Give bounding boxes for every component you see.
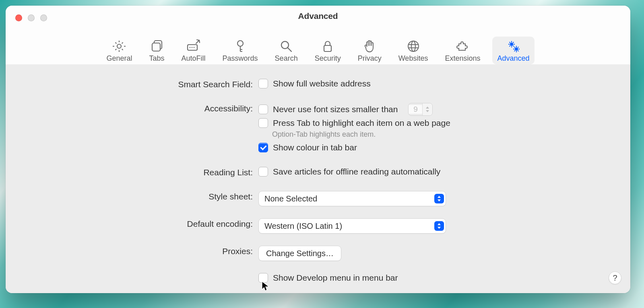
style-sheet-select[interactable]: None Selected — [258, 191, 446, 206]
button-label: Change Settings… — [266, 249, 334, 258]
updown-arrows-icon — [434, 194, 444, 203]
tab-privacy[interactable]: Privacy — [353, 37, 386, 64]
tab-extensions[interactable]: Extensions — [440, 37, 485, 64]
row-proxies: Proxies: Change Settings… — [6, 246, 630, 261]
option-label: Show Develop menu in menu bar — [273, 273, 398, 283]
tab-tabs[interactable]: Tabs — [144, 37, 169, 64]
change-settings-button[interactable]: Change Settings… — [258, 246, 341, 261]
save-offline-option[interactable]: Save articles for offline reading automa… — [258, 167, 630, 177]
svg-point-9 — [408, 41, 419, 51]
tab-label: Privacy — [358, 54, 382, 63]
svg-point-10 — [411, 41, 415, 51]
tab-websites[interactable]: Websites — [394, 37, 433, 64]
show-colour-option[interactable]: Show colour in tab bar — [258, 143, 630, 152]
row-encoding: Default encoding: Western (ISO Latin 1) — [6, 218, 630, 234]
option-label: Save articles for offline reading automa… — [273, 167, 440, 177]
checkbox-unchecked-icon — [258, 105, 268, 114]
row-accessibility: Accessibility: Never use font sizes smal… — [6, 103, 630, 155]
tab-autofill[interactable]: AutoFill — [177, 37, 211, 64]
select-value: Western (ISO Latin 1) — [264, 222, 342, 231]
tab-label: AutoFill — [182, 54, 206, 63]
lock-icon — [320, 39, 335, 53]
tabs-icon — [150, 39, 164, 53]
row-style-sheet: Style sheet: None Selected — [6, 191, 630, 206]
tab-label: Advanced — [497, 54, 529, 63]
tab-label: Tabs — [149, 54, 165, 63]
press-tab-option[interactable]: Press Tab to highlight each item on a we… — [258, 118, 630, 128]
preferences-toolbar: General Tabs AutoFill Pass — [6, 27, 630, 67]
titlebar: Advanced — [6, 6, 630, 27]
show-full-address-option[interactable]: Show full website address — [258, 79, 630, 88]
row-reading-list: Reading List: Save articles for offline … — [6, 167, 630, 179]
tab-label: Search — [275, 54, 298, 63]
puzzle-icon — [455, 39, 470, 53]
key-icon — [233, 39, 248, 53]
search-icon — [279, 39, 293, 53]
option-label: Show colour in tab bar — [273, 143, 357, 152]
checkbox-checked-icon — [258, 143, 268, 152]
min-font-size-option[interactable]: Never use font sizes smaller than 9 — [258, 103, 630, 116]
tab-advanced[interactable]: Advanced — [492, 37, 534, 64]
proxies-label: Proxies: — [6, 246, 258, 256]
tab-label: Passwords — [223, 54, 258, 63]
autofill-icon — [186, 39, 201, 53]
option-label: Never use font sizes smaller than — [273, 105, 398, 114]
svg-point-6 — [237, 41, 243, 46]
svg-point-11 — [510, 43, 512, 45]
show-develop-menu-option[interactable]: Show Develop menu in menu bar — [258, 273, 630, 283]
checkbox-unchecked-icon — [258, 273, 268, 283]
checkbox-unchecked-icon — [258, 79, 268, 88]
select-value: None Selected — [264, 194, 317, 203]
checkbox-unchecked-icon — [258, 118, 268, 128]
tab-label: Extensions — [445, 54, 480, 63]
checkbox-unchecked-icon — [258, 167, 268, 177]
option-label: Show full website address — [273, 79, 371, 88]
updown-arrows-icon — [434, 221, 444, 231]
hand-icon — [362, 39, 377, 53]
globe-icon — [406, 39, 421, 53]
advanced-pane: Smart Search Field: Show full website ad… — [6, 64, 630, 293]
row-smart-search: Smart Search Field: Show full website ad… — [6, 79, 630, 91]
accessibility-label: Accessibility: — [6, 103, 258, 113]
svg-point-5 — [193, 47, 194, 48]
style-sheet-label: Style sheet: — [6, 191, 258, 201]
encoding-label: Default encoding: — [6, 218, 258, 229]
svg-rect-1 — [152, 43, 160, 51]
press-tab-hint: Option-Tab highlights each item. — [272, 130, 630, 139]
tab-label: Websites — [398, 54, 428, 63]
updown-arrows-icon — [422, 103, 432, 115]
svg-point-0 — [117, 44, 121, 48]
help-label: ? — [613, 273, 617, 283]
tab-passwords[interactable]: Passwords — [218, 37, 263, 64]
advanced-form: Smart Search Field: Show full website ad… — [6, 79, 630, 287]
svg-point-3 — [189, 47, 190, 48]
option-label: Press Tab to highlight each item on a we… — [273, 118, 450, 128]
tab-label: Security — [315, 54, 341, 63]
gear-icon — [112, 39, 126, 53]
svg-point-4 — [191, 47, 192, 48]
reading-list-label: Reading List: — [6, 167, 258, 177]
encoding-select[interactable]: Western (ISO Latin 1) — [258, 218, 446, 234]
tab-security[interactable]: Security — [310, 37, 346, 64]
gears-icon — [506, 39, 521, 53]
svg-rect-8 — [324, 45, 331, 51]
stepper-value: 9 — [409, 105, 422, 114]
tab-general[interactable]: General — [101, 37, 137, 64]
svg-point-12 — [515, 48, 517, 50]
row-develop: Show Develop menu in menu bar — [6, 273, 630, 285]
help-button[interactable]: ? — [609, 271, 621, 284]
smart-search-label: Smart Search Field: — [6, 79, 258, 89]
min-font-size-stepper[interactable]: 9 — [408, 103, 433, 116]
tab-search[interactable]: Search — [270, 37, 303, 64]
window-title: Advanced — [6, 11, 630, 21]
tab-label: General — [106, 54, 132, 63]
preferences-window: Advanced General Tabs Au — [6, 6, 630, 293]
